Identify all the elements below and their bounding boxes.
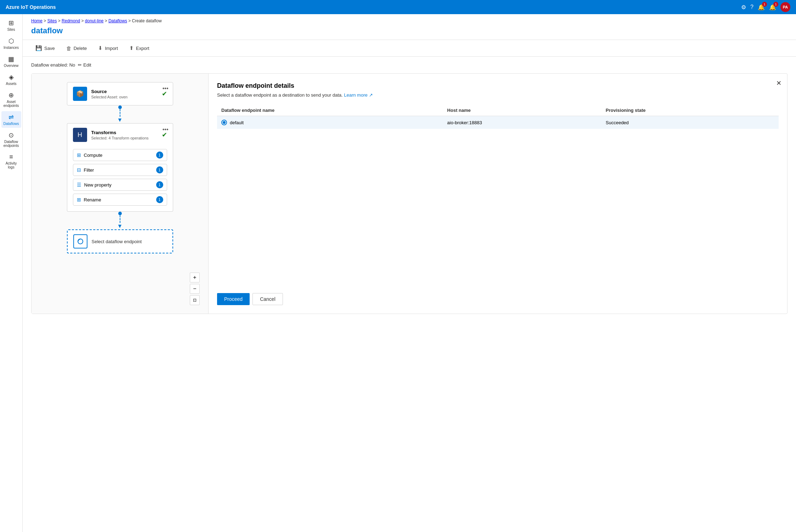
cancel-button[interactable]: Cancel [252, 293, 283, 305]
delete-button[interactable]: 🗑 Delete [62, 43, 91, 53]
detail-title: Dataflow endpoint details [217, 82, 779, 90]
sidebar-item-sites[interactable]: ⊞ Sites [1, 17, 21, 34]
sidebar-item-dataflows-label: Dataflows [4, 122, 19, 126]
zoom-in-button[interactable]: + [190, 273, 200, 282]
page-title: dataflow [23, 25, 796, 40]
transform-filter[interactable]: ⊟ Filter 1 [73, 164, 167, 176]
delete-label: Delete [74, 46, 87, 51]
transform-new-property[interactable]: ☰ New property 1 [73, 179, 167, 191]
transform-compute[interactable]: ⊞ Compute 1 [73, 149, 167, 161]
edit-label: Edit [83, 62, 91, 68]
breadcrumb-sites[interactable]: Sites [47, 18, 57, 23]
sidebar-item-assets[interactable]: ◈ Assets [1, 71, 21, 88]
detail-subtitle: Select a dataflow endpoint as a destinat… [217, 92, 779, 98]
connector-line-2 [120, 215, 120, 223]
endpoint-node[interactable]: Select dataflow endpoint [67, 229, 173, 253]
edit-button[interactable]: ✏ Edit [78, 62, 91, 68]
new-property-badge: 1 [156, 181, 163, 188]
activity-logs-icon: ≡ [9, 153, 13, 161]
sidebar-item-assets-label: Assets [6, 82, 16, 86]
rename-badge: 1 [156, 196, 163, 203]
col-host: Host name [443, 105, 602, 116]
source-sub: Selected Asset: oven [91, 95, 158, 99]
dataflow-area: Dataflow enabled: No ✏ Edit 📦 Source [23, 57, 796, 320]
col-name: Dataflow endpoint name [217, 105, 443, 116]
transforms-sub: Selected: 4 Transform operations [91, 136, 158, 140]
sites-icon: ⊞ [8, 19, 14, 27]
toolbar: 💾 Save 🗑 Delete ⬇ Import ⬆ Export [23, 40, 796, 57]
sidebar-item-asset-endpoints-label: Asset endpoints [3, 100, 20, 108]
col-state: Provisioning state [602, 105, 779, 116]
sidebar-item-instances-label: Instances [4, 46, 19, 50]
dataflow-status: Dataflow enabled: No ✏ Edit [31, 62, 788, 68]
user-avatar[interactable]: PA [780, 2, 790, 12]
source-icon: 📦 [73, 87, 87, 101]
sidebar-item-dataflows[interactable]: ⇌ Dataflows [1, 111, 21, 128]
zoom-out-button[interactable]: − [190, 284, 200, 294]
rename-label: Rename [84, 197, 153, 202]
notifications-icon[interactable]: 🔔1 [758, 4, 765, 11]
close-button[interactable]: ✕ [776, 79, 781, 87]
sidebar-item-asset-endpoints[interactable]: ⊕ Asset endpoints [1, 89, 21, 110]
sidebar-item-instances[interactable]: ⬡ Instances [1, 35, 21, 52]
connector-arrow-1: ▼ [117, 117, 123, 123]
sidebar-item-activity-logs-label: Activity logs [3, 161, 20, 169]
settings-icon[interactable]: ⚙ [741, 4, 746, 11]
proceed-button[interactable]: Proceed [217, 293, 250, 305]
endpoint-name: default [230, 120, 244, 125]
source-node[interactable]: 📦 Source Selected Asset: oven ✔ ••• [67, 82, 173, 105]
app-title: Azure IoT Operations [6, 4, 56, 10]
transforms-node[interactable]: H Transforms Selected: 4 Transform opera… [67, 123, 173, 146]
connector-line-1 [120, 109, 120, 117]
zoom-controls: + − ⊡ [190, 273, 200, 305]
transform-rename[interactable]: ⊞ Rename 1 [73, 194, 167, 206]
breadcrumb-redmond[interactable]: Redmond [62, 18, 80, 23]
export-label: Export [136, 46, 149, 51]
alerts-icon[interactable]: 🔔1 [769, 4, 776, 11]
action-buttons: Proceed Cancel [217, 293, 283, 305]
transform-subnodes: ⊞ Compute 1 ⊟ Filter 1 ☰ New [67, 146, 173, 212]
dataflow-endpoints-icon: ⊙ [8, 131, 14, 139]
learn-more-link[interactable]: Learn more ↗ [344, 92, 373, 98]
sidebar-item-overview-label: Overview [4, 64, 19, 68]
endpoint-row-default[interactable]: default aio-broker:18883 Succeeded [217, 116, 779, 129]
overview-icon: ▦ [8, 55, 14, 63]
rename-icon: ⊞ [77, 197, 81, 202]
breadcrumb-home[interactable]: Home [31, 18, 42, 23]
breadcrumb-dataflows[interactable]: Dataflows [108, 18, 127, 23]
import-button[interactable]: ⬇ Import [94, 43, 122, 53]
breadcrumb-donut-line[interactable]: donut-line [85, 18, 104, 23]
transforms-icon: H [73, 128, 87, 142]
zoom-fit-button[interactable]: ⊡ [190, 295, 200, 305]
export-button[interactable]: ⬆ Export [125, 43, 154, 53]
connector-1: ▼ [117, 105, 123, 123]
filter-badge: 1 [156, 166, 163, 173]
sidebar-item-dataflow-endpoints[interactable]: ⊙ Dataflow endpoints [1, 129, 21, 150]
help-icon[interactable]: ? [750, 4, 754, 10]
row-state-cell: Succeeded [602, 116, 779, 129]
endpoint-table: Dataflow endpoint name Host name Provisi… [217, 105, 779, 129]
new-property-icon: ☰ [77, 182, 81, 188]
compute-icon: ⊞ [77, 152, 81, 158]
sidebar-item-dataflow-endpoints-label: Dataflow endpoints [3, 140, 20, 148]
sidebar-item-sites-label: Sites [7, 28, 15, 32]
filter-label: Filter [84, 167, 153, 173]
sidebar-item-activity-logs[interactable]: ≡ Activity logs [1, 151, 21, 171]
assets-icon: ◈ [9, 73, 14, 81]
endpoint-placeholder: Select dataflow endpoint [92, 239, 142, 244]
app-body: ⊞ Sites ⬡ Instances ▦ Overview ◈ Assets … [0, 14, 796, 532]
radio-default[interactable] [221, 120, 227, 125]
sidebar-item-overview[interactable]: ▦ Overview [1, 53, 21, 70]
detail-panel: ✕ Dataflow endpoint details Select a dat… [209, 74, 787, 314]
endpoint-node-icon [73, 234, 87, 248]
save-button[interactable]: 💾 Save [31, 43, 59, 53]
compute-label: Compute [84, 153, 153, 158]
compute-badge: 1 [156, 151, 163, 159]
transforms-menu-icon[interactable]: ••• [163, 126, 169, 133]
save-label: Save [44, 46, 55, 51]
source-menu-icon[interactable]: ••• [163, 85, 169, 92]
transforms-title: Transforms [91, 130, 158, 135]
import-label: Import [105, 46, 118, 51]
panel-container: 📦 Source Selected Asset: oven ✔ ••• [31, 73, 788, 314]
new-property-label: New property [84, 182, 153, 188]
